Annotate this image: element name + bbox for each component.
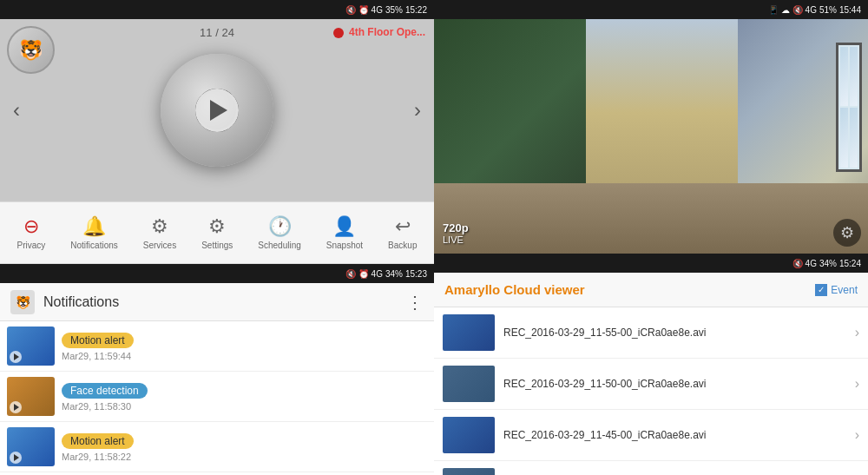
recording-thumbnail [443, 366, 495, 402]
live-resolution: 720p [443, 221, 469, 234]
camera-label: 4th Floor Ope... [333, 26, 425, 38]
notification-content: Face detection Mar29, 11:58:30 [62, 382, 427, 412]
settings-gear-icon: ⚙ [840, 223, 854, 242]
notification-badge: Motion alert [62, 333, 134, 348]
nav-label-scheduling: Scheduling [258, 241, 300, 250]
alarm-icon-nav: ⏰ [358, 269, 369, 279]
battery-mid: 34% [819, 259, 837, 268]
mute-icon-right: 🔇 [792, 5, 803, 15]
window-pane [840, 47, 848, 106]
notifications-panel: 🐯 Notifications ⋮ Motion alert Mar29, 11… [0, 283, 434, 475]
scheduling-icon: 🕐 [268, 215, 292, 238]
nav-item-notifications[interactable]: 🔔 Notifications [63, 212, 124, 254]
status-bar-nav: 🔇 ⏰ 4G 34% 15:23 [0, 264, 434, 283]
phone-icon: 📱 [768, 5, 779, 15]
nav-item-snapshot[interactable]: 👤 Snapshot [319, 212, 370, 254]
battery-right: 51% [819, 5, 837, 15]
mute-icon-nav: 🔇 [345, 269, 356, 279]
signal-right: 4G [806, 5, 817, 15]
live-badge: 720p LIVE [443, 221, 469, 245]
status-bar-right: 📱 ☁ 🔇 4G 51% 15:44 [434, 0, 868, 19]
privacy-icon: ⊖ [23, 215, 39, 238]
notification-time: Mar29, 11:59:44 [62, 351, 427, 361]
event-label: Event [831, 284, 858, 296]
nav-item-backup[interactable]: ↩ Backup [381, 212, 424, 254]
play-triangle-icon [14, 404, 19, 411]
play-triangle-icon [14, 353, 19, 360]
red-dot-icon [333, 28, 344, 38]
notifications-header: 🐯 Notifications ⋮ [0, 283, 434, 321]
recording-thumbnail [443, 314, 495, 351]
camera-counter: 11 / 24 [200, 26, 234, 39]
notifications-title: Notifications [43, 294, 398, 310]
mute-icon-mid: 🔇 [792, 259, 803, 268]
recording-name: REC_2016-03-29_11-55-00_iCRa0ae8e.avi [503, 327, 846, 339]
status-icons-mid: 🔇 4G 34% 15:24 [792, 259, 861, 268]
notification-time: Mar29, 11:58:22 [62, 452, 427, 462]
thumb-play-icon [10, 351, 22, 363]
recording-item[interactable]: REC_2016-03-29_11-45-00_iCRa0ae8e.avi › [434, 410, 868, 461]
window-pane [850, 47, 858, 106]
status-bar-mid: 🔇 4G 34% 15:24 [434, 254, 868, 273]
room-floor [434, 183, 868, 254]
window-pane [840, 108, 848, 167]
recording-thumbnail [443, 468, 495, 475]
notification-item[interactable]: Motion alert Mar29, 11:58:22 [0, 422, 434, 472]
alarm-icon: ⏰ [358, 5, 369, 15]
snapshot-icon: 👤 [332, 215, 356, 238]
play-triangle-icon [210, 100, 227, 121]
recording-item[interactable]: REC_2016-03-29_11-55-00_iCRa0ae8e.avi › [434, 307, 868, 359]
cloud-viewer: Amaryllo Cloud viewer ✓ Event REC_2016-0… [434, 273, 868, 475]
nav-label-settings: Settings [201, 241, 233, 250]
camera-orb [161, 54, 273, 167]
thumb-play-icon [10, 401, 22, 413]
settings-icon: ⚙ [208, 215, 226, 238]
recording-item[interactable]: REC_2016-03-29_11-40-00_iCRa0ae8e.avi › [434, 461, 868, 475]
prev-camera-button[interactable]: ‹ [4, 89, 29, 131]
event-checkbox[interactable]: ✓ [815, 284, 827, 296]
signal-nav: 4G [372, 269, 383, 279]
nav-item-settings[interactable]: ⚙ Settings [194, 212, 240, 254]
notification-badge: Motion alert [62, 433, 134, 449]
cloud-icon: ☁ [781, 5, 790, 15]
notifications-logo: 🐯 [10, 290, 35, 314]
time-mid: 15:24 [839, 259, 861, 268]
checkmark-icon: ✓ [818, 285, 825, 294]
battery-nav: 34% [385, 269, 403, 279]
nav-item-scheduling[interactable]: 🕐 Scheduling [251, 212, 307, 254]
notification-thumbnail [7, 427, 55, 466]
nav-item-privacy[interactable]: ⊖ Privacy [10, 212, 53, 254]
navigation-bar: ⊖ Privacy 🔔 Notifications ⚙ Services ⚙ S… [0, 201, 434, 264]
cloud-viewer-header: Amaryllo Cloud viewer ✓ Event [434, 273, 868, 307]
nav-label-services: Services [143, 241, 176, 250]
nav-label-backup: Backup [388, 241, 417, 250]
logo-badge: 🐯 [7, 26, 55, 74]
time-left: 15:22 [405, 5, 427, 15]
recording-name: REC_2016-03-29_11-50-00_iCRa0ae8e.avi [503, 378, 846, 390]
live-room-scene [434, 19, 868, 254]
status-bar-left: 🔇 ⏰ 4G 35% 15:22 [0, 0, 434, 19]
cloud-viewer-title: Amaryllo Cloud viewer [444, 282, 815, 297]
live-settings-button[interactable]: ⚙ [833, 219, 861, 247]
time-nav: 15:23 [405, 269, 427, 279]
notifications-list: Motion alert Mar29, 11:59:44 Face detect… [0, 321, 434, 475]
notification-badge: Face detection [62, 383, 148, 399]
notification-item[interactable]: Face detection Mar29, 11:58:30 [0, 372, 434, 422]
window-pane [850, 108, 858, 167]
notification-item[interactable]: Motion alert Mar29, 11:59:44 [0, 321, 434, 372]
recording-item[interactable]: REC_2016-03-29_11-50-00_iCRa0ae8e.avi › [434, 359, 868, 410]
next-camera-button[interactable]: › [405, 89, 430, 131]
chevron-right-icon: › [855, 427, 859, 443]
notification-content: Motion alert Mar29, 11:58:22 [62, 432, 427, 462]
notification-thumbnail [7, 377, 55, 416]
recording-thumbnail [443, 417, 495, 453]
play-button[interactable] [195, 89, 239, 132]
live-status-label: LIVE [443, 234, 469, 245]
nav-label-notifications: Notifications [70, 241, 117, 250]
app-logo: 🐯 [7, 26, 55, 74]
event-badge[interactable]: ✓ Event [815, 284, 858, 296]
notifications-menu-button[interactable]: ⋮ [406, 292, 424, 313]
notification-content: Motion alert Mar29, 11:59:44 [62, 332, 427, 361]
nav-item-services[interactable]: ⚙ Services [136, 212, 183, 254]
signal-mid: 4G [806, 259, 817, 268]
